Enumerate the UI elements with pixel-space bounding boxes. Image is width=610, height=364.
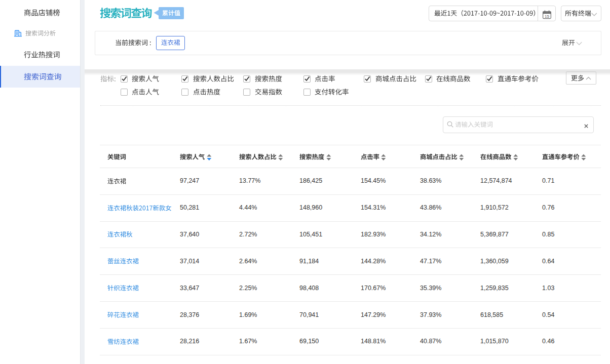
svg-text:15: 15 (545, 14, 549, 19)
